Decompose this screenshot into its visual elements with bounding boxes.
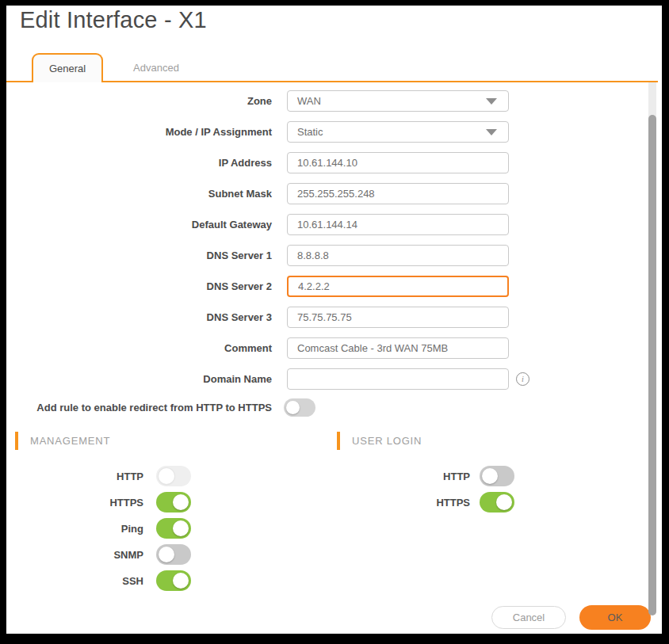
http-redirect-toggle[interactable]	[284, 398, 315, 417]
toggle-label: Ping	[6, 523, 143, 535]
dns-server-2-input[interactable]	[287, 276, 509, 297]
section-accent-bar	[15, 432, 18, 450]
section-title: MANAGEMENT	[30, 435, 110, 447]
management-toggle-group: HTTP HTTPS Ping SNMP SSH	[6, 466, 191, 596]
general-form: Zone WAN Mode / IP Assignment Static IP …	[6, 90, 529, 399]
toggle-label: SNMP	[6, 549, 143, 561]
toggle-knob	[286, 401, 300, 414]
toggle-knob	[173, 520, 189, 536]
management-section-header: MANAGEMENT	[15, 432, 110, 450]
field-label: Comment	[6, 342, 272, 354]
section-title: USER LOGIN	[352, 435, 422, 447]
form-row-default-gateway: Default Gateway	[6, 214, 529, 235]
management-ping-toggle[interactable]	[156, 518, 191, 539]
toggle-label: HTTP	[6, 471, 143, 482]
field-label: DNS Server 3	[6, 311, 272, 323]
toggle-row: HTTPS	[6, 492, 191, 513]
form-row-ip-address: IP Address	[6, 152, 529, 173]
toggle-knob	[173, 573, 189, 589]
user-login-https-toggle[interactable]	[480, 492, 514, 513]
toggle-label: HTTP	[337, 471, 470, 482]
management-http-toggle[interactable]	[156, 466, 191, 486]
domain-name-input[interactable]	[287, 368, 509, 390]
form-row-dns-server-3: DNS Server 3	[6, 307, 529, 328]
form-row-mode: Mode / IP Assignment Static	[6, 121, 529, 143]
toggle-row: Ping	[6, 518, 191, 539]
dns-server-1-input[interactable]	[287, 245, 509, 266]
ok-button[interactable]: OK	[579, 605, 651, 630]
toggle-label: HTTPS	[337, 497, 470, 509]
subnet-mask-input[interactable]	[287, 183, 509, 204]
select-value: WAN	[297, 95, 321, 107]
toggle-row: HTTPS	[337, 492, 514, 513]
scrollbar-thumb[interactable]	[648, 115, 656, 615]
chevron-down-icon	[486, 98, 497, 105]
field-label: Subnet Mask	[6, 188, 272, 200]
comment-input[interactable]	[287, 337, 509, 359]
form-row-subnet-mask: Subnet Mask	[6, 183, 529, 204]
form-row-dns-server-1: DNS Server 1	[6, 245, 529, 266]
toggle-knob	[159, 547, 174, 562]
tab-advanced-label: Advanced	[133, 62, 179, 74]
user-login-toggle-group: HTTP HTTPS	[337, 466, 514, 518]
edit-interface-dialog: Edit Interface - X1 General Advanced Zon…	[6, 6, 662, 634]
toggle-knob	[482, 468, 498, 484]
chevron-down-icon	[486, 129, 497, 135]
zone-select[interactable]: WAN	[287, 90, 509, 112]
toggle-row: SNMP	[6, 544, 191, 565]
form-row-dns-server-2: DNS Server 2	[6, 276, 529, 297]
dns-server-3-input[interactable]	[287, 307, 509, 328]
tab-advanced[interactable]: Advanced	[113, 54, 200, 82]
field-label: Mode / IP Assignment	[6, 126, 272, 138]
toggle-row: HTTP	[6, 466, 191, 486]
ip-address-input[interactable]	[287, 152, 509, 173]
cancel-button[interactable]: Cancel	[491, 606, 566, 629]
toggle-knob	[159, 468, 174, 484]
toggle-knob	[496, 494, 512, 510]
info-icon[interactable]: i	[516, 372, 529, 386]
field-label: Default Gateway	[6, 219, 272, 231]
default-gateway-input[interactable]	[287, 214, 509, 235]
form-row-comment: Comment	[6, 337, 529, 359]
field-label: Zone	[6, 95, 272, 107]
field-label: IP Address	[6, 157, 272, 169]
toggle-knob	[173, 494, 189, 510]
tab-underline	[6, 81, 658, 82]
select-value: Static	[297, 126, 323, 138]
mode-ip-assignment-select[interactable]: Static	[287, 121, 509, 143]
management-https-toggle[interactable]	[156, 492, 191, 513]
section-accent-bar	[337, 432, 340, 450]
field-label: Domain Name	[6, 373, 272, 385]
management-snmp-toggle[interactable]	[156, 544, 191, 565]
form-row-zone: Zone WAN	[6, 90, 529, 112]
user-login-http-toggle[interactable]	[480, 466, 514, 486]
page-title: Edit Interface - X1	[20, 7, 207, 33]
user-login-section-header: USER LOGIN	[337, 432, 422, 450]
field-label: DNS Server 1	[6, 250, 272, 261]
toggle-label: SSH	[6, 575, 143, 587]
toggle-row: SSH	[6, 570, 191, 591]
form-row-domain-name: Domain Name i	[6, 368, 529, 390]
toggle-row: HTTP	[337, 466, 514, 486]
toggle-label: HTTPS	[6, 497, 143, 509]
field-label: DNS Server 2	[6, 280, 272, 292]
management-ssh-toggle[interactable]	[156, 570, 191, 591]
http-redirect-label: Add rule to enable redirect from HTTP to…	[6, 402, 272, 413]
tab-general-label: General	[49, 63, 86, 74]
tab-general[interactable]: General	[32, 53, 103, 82]
http-redirect-row: Add rule to enable redirect from HTTP to…	[6, 398, 315, 417]
